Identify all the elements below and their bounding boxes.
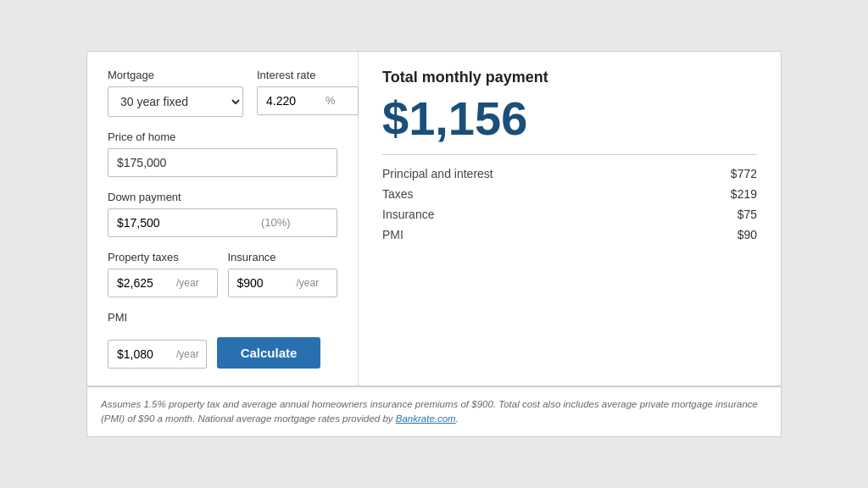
pmi-calculate-row: /year Calculate [108,337,337,369]
bankrate-link[interactable]: Bankrate.com [396,413,456,424]
insurance-input[interactable] [229,269,297,297]
left-panel: Mortgage 30 year fixed 15 year fixed 5/1… [87,52,359,385]
breakdown-amount: $772 [731,167,757,180]
price-of-home-input[interactable] [108,148,337,177]
pmi-label: PMI [108,311,337,324]
breakdown-label: Insurance [382,208,434,221]
mortgage-interest-row: Mortgage 30 year fixed 15 year fixed 5/1… [108,69,337,117]
breakdown-container: Principal and interest$772Taxes$219Insur… [382,167,757,241]
interest-rate-unit: % [326,94,342,107]
breakdown-label: PMI [382,228,403,241]
pmi-unit: /year [176,348,206,360]
price-of-home-label: Price of home [108,130,337,143]
breakdown-amount: $90 [737,228,757,241]
taxes-insurance-row: Property taxes /year Insurance /year [108,251,337,297]
property-taxes-input-wrapper: /year [108,269,218,297]
interest-rate-input-wrapper: % [257,86,359,115]
down-payment-input-wrapper: (10%) [108,208,337,237]
breakdown-amount: $219 [731,187,757,201]
insurance-label: Insurance [228,251,338,263]
insurance-group: Insurance /year [228,251,338,297]
insurance-input-wrapper: /year [228,269,338,297]
total-amount: $1,156 [382,95,757,142]
footer-note-end: . [456,413,459,424]
insurance-unit: /year [297,277,326,289]
main-card: Mortgage 30 year fixed 15 year fixed 5/1… [86,51,782,386]
right-panel: Total monthly payment $1,156 Principal a… [359,52,781,385]
divider [382,154,757,155]
down-payment-input[interactable] [108,209,261,236]
property-taxes-label: Property taxes [108,251,218,263]
pmi-input[interactable] [108,341,176,368]
interest-rate-input[interactable] [258,87,326,114]
mortgage-label: Mortgage [108,69,243,81]
pmi-label-group: PMI [108,311,337,324]
calculate-button[interactable]: Calculate [217,337,321,369]
property-taxes-input[interactable] [108,269,176,297]
breakdown-row: Taxes$219 [382,187,757,201]
breakdown-amount: $75 [737,208,757,221]
calculator-wrapper: Mortgage 30 year fixed 15 year fixed 5/1… [86,51,782,438]
price-of-home-group: Price of home [108,130,337,177]
pmi-input-wrapper: /year [108,340,207,369]
property-taxes-unit: /year [176,277,206,289]
mortgage-select[interactable]: 30 year fixed 15 year fixed 5/1 ARM [108,86,243,117]
breakdown-row: Insurance$75 [382,208,757,221]
interest-rate-label: Interest rate [257,69,359,81]
breakdown-label: Principal and interest [382,167,493,180]
breakdown-row: Principal and interest$772 [382,167,757,180]
property-taxes-group: Property taxes /year [108,251,218,297]
breakdown-label: Taxes [382,187,414,201]
down-payment-group: Down payment (10%) [108,191,337,237]
down-payment-pct: (10%) [261,216,299,229]
down-payment-label: Down payment [108,191,337,203]
total-title: Total monthly payment [382,69,757,86]
mortgage-group: Mortgage 30 year fixed 15 year fixed 5/1… [108,69,243,117]
footer-note: Assumes 1.5% property tax and average an… [86,386,782,438]
breakdown-row: PMI$90 [382,228,757,241]
interest-rate-group: Interest rate % [257,69,359,117]
